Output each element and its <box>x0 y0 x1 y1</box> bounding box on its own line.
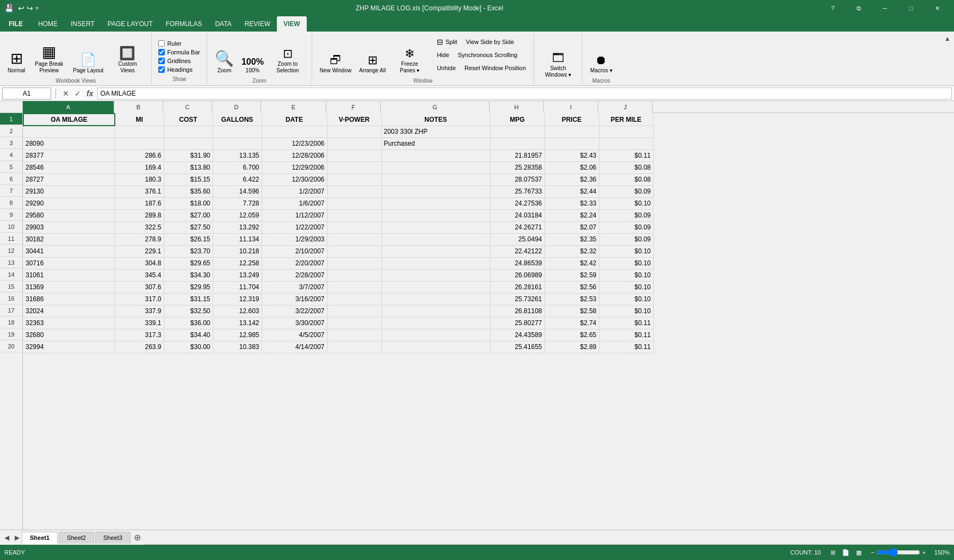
table-cell[interactable] <box>327 329 381 341</box>
table-cell[interactable]: 32680 <box>23 329 115 341</box>
table-cell[interactable]: 25.28358 <box>490 161 544 173</box>
arrange-all-button[interactable]: ⊞ Arrange All <box>356 35 389 75</box>
table-cell[interactable]: 24.43589 <box>490 329 544 341</box>
table-cell[interactable] <box>23 126 115 138</box>
table-cell[interactable] <box>599 126 653 138</box>
row-num-9[interactable]: 9 <box>0 209 22 221</box>
table-cell[interactable]: 3/30/2007 <box>262 317 327 329</box>
table-cell[interactable]: $2.56 <box>544 281 599 293</box>
table-cell[interactable]: 21.81957 <box>490 150 544 161</box>
hide-button[interactable]: Hide <box>433 49 453 61</box>
table-cell[interactable] <box>213 126 262 138</box>
table-cell[interactable]: $0.08 <box>599 161 653 173</box>
table-cell[interactable] <box>381 257 490 269</box>
col-header-g[interactable]: G <box>381 101 490 113</box>
table-cell[interactable]: 12/23/2006 <box>262 138 327 150</box>
row-num-10[interactable]: 10 <box>0 221 22 233</box>
table-cell[interactable]: $0.10 <box>599 269 653 281</box>
new-window-button[interactable]: 🗗 New Window <box>317 35 355 75</box>
table-cell[interactable]: PRICE <box>544 114 599 126</box>
table-cell[interactable]: 12/28/2006 <box>262 150 327 161</box>
table-cell[interactable] <box>544 126 599 138</box>
col-header-c[interactable]: C <box>163 101 212 113</box>
table-cell[interactable]: 229.1 <box>115 245 164 257</box>
zoom-slider[interactable] <box>877 548 920 557</box>
table-cell[interactable] <box>327 245 381 257</box>
table-cell[interactable]: 26.81108 <box>490 305 544 317</box>
table-cell[interactable]: 12.985 <box>213 329 262 341</box>
sheet-tab-sheet1[interactable]: Sheet1 <box>22 532 58 544</box>
col-header-f[interactable]: F <box>326 101 381 113</box>
row-num-12[interactable]: 12 <box>0 245 22 257</box>
table-cell[interactable] <box>327 150 381 161</box>
table-cell[interactable]: $2.58 <box>544 305 599 317</box>
custom-views-button[interactable]: 🔲 Custom Views <box>108 35 147 75</box>
zoom-selection-button[interactable]: ⊡ Zoom to Selection <box>268 35 307 75</box>
table-cell[interactable]: 14.596 <box>213 185 262 197</box>
table-cell[interactable]: 30441 <box>23 245 115 257</box>
table-cell[interactable] <box>327 281 381 293</box>
table-cell[interactable]: 30182 <box>23 233 115 245</box>
table-cell[interactable] <box>327 185 381 197</box>
sync-scroll-button[interactable]: Synchronous Scrolling <box>455 49 521 61</box>
row-num-20[interactable]: 20 <box>0 340 22 352</box>
table-cell[interactable]: $26.15 <box>164 233 213 245</box>
table-cell[interactable]: 12.319 <box>213 293 262 305</box>
table-cell[interactable]: V-POWER <box>327 114 381 126</box>
col-header-b[interactable]: B <box>114 101 163 113</box>
normal-button[interactable]: ⊞ Normal <box>4 35 28 75</box>
table-cell[interactable]: 278.9 <box>115 233 164 245</box>
table-cell[interactable] <box>115 138 164 150</box>
table-cell[interactable]: $0.10 <box>599 293 653 305</box>
table-cell[interactable] <box>327 305 381 317</box>
cancel-formula-icon[interactable]: ✕ <box>60 89 71 98</box>
row-num-15[interactable]: 15 <box>0 281 22 293</box>
table-cell[interactable]: 29903 <box>23 221 115 233</box>
table-cell[interactable]: 28727 <box>23 173 115 185</box>
table-cell[interactable]: 12/30/2006 <box>262 173 327 185</box>
page-break-view-icon[interactable]: ▦ <box>853 547 864 558</box>
table-cell[interactable]: $2.24 <box>544 209 599 221</box>
table-cell[interactable]: $0.08 <box>599 173 653 185</box>
table-cell[interactable]: $2.74 <box>544 317 599 329</box>
page-layout-view-icon[interactable]: 📄 <box>840 547 851 558</box>
table-cell[interactable]: 304.8 <box>115 257 164 269</box>
confirm-formula-icon[interactable]: ✓ <box>72 89 83 98</box>
col-header-a[interactable]: A <box>23 101 114 113</box>
tab-home[interactable]: HOME <box>32 16 64 32</box>
table-cell[interactable]: $27.50 <box>164 221 213 233</box>
table-cell[interactable]: $0.09 <box>599 209 653 221</box>
ribbon-collapse-button[interactable]: ▲ <box>941 34 954 43</box>
table-cell[interactable]: 31369 <box>23 281 115 293</box>
tab-review[interactable]: REVIEW <box>238 16 277 32</box>
table-cell[interactable]: 24.26271 <box>490 221 544 233</box>
table-cell[interactable] <box>262 126 327 138</box>
sheet-nav-left[interactable]: ◀ <box>2 534 11 542</box>
col-header-j[interactable]: J <box>598 101 653 113</box>
select-all-button[interactable] <box>0 101 23 113</box>
table-cell[interactable]: 26.28161 <box>490 281 544 293</box>
help-button[interactable]: ? <box>820 0 845 16</box>
table-cell[interactable] <box>327 293 381 305</box>
view-side-by-side-button[interactable]: View Side by Side <box>463 36 517 48</box>
reset-window-button[interactable]: Reset Window Position <box>461 62 529 74</box>
table-cell[interactable] <box>544 138 599 150</box>
table-cell[interactable]: NOTES <box>381 114 490 126</box>
table-cell[interactable] <box>381 161 490 173</box>
table-cell[interactable] <box>164 138 213 150</box>
table-cell[interactable]: 29290 <box>23 197 115 209</box>
row-num-6[interactable]: 6 <box>0 173 22 185</box>
table-cell[interactable] <box>381 150 490 161</box>
zoom-button[interactable]: 🔍 Zoom <box>212 35 237 75</box>
row-num-18[interactable]: 18 <box>0 316 22 328</box>
table-cell[interactable] <box>381 173 490 185</box>
row-num-14[interactable]: 14 <box>0 269 22 281</box>
row-num-4[interactable]: 4 <box>0 149 22 161</box>
table-cell[interactable]: $2.36 <box>544 173 599 185</box>
table-cell[interactable]: 28377 <box>23 150 115 161</box>
table-cell[interactable]: $18.00 <box>164 197 213 209</box>
zoom-in-button[interactable]: + <box>922 549 926 556</box>
table-cell[interactable]: 1/12/2007 <box>262 209 327 221</box>
row-num-11[interactable]: 11 <box>0 233 22 245</box>
table-cell[interactable]: 3/22/2007 <box>262 305 327 317</box>
